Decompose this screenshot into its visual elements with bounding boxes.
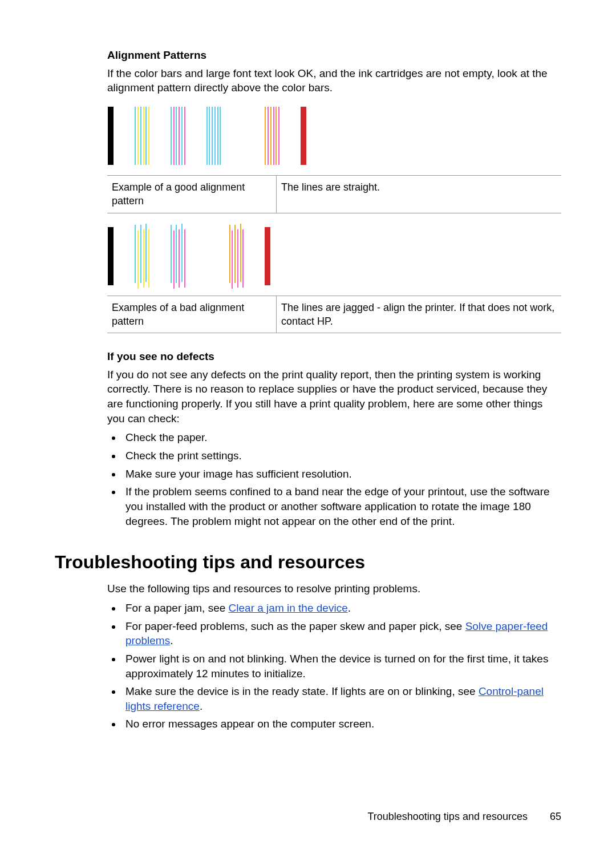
list-item: If the problem seems confined to a band …: [122, 484, 561, 528]
alignment-bar-icon: [265, 227, 270, 285]
alignment-group-icon: [134, 227, 151, 285]
alignment-group-icon: [169, 107, 186, 165]
page-footer: Troubleshooting tips and resources 65: [367, 810, 561, 823]
page: Alignment Patterns If the color bars and…: [0, 0, 616, 853]
tip-text: .: [170, 634, 173, 646]
tip-text: .: [348, 602, 351, 614]
table-cell: Example of a good alignment pattern: [107, 175, 277, 213]
page-number: 65: [550, 811, 561, 822]
tip-text: .: [200, 700, 202, 712]
alignment-group-icon: [264, 107, 281, 165]
alignment-group-icon: [134, 107, 151, 165]
intro-no-defects: If you do not see any defects on the pri…: [107, 367, 561, 426]
section-alignment-patterns: Alignment Patterns If the color bars and…: [107, 48, 561, 528]
figure-bad-alignment: [107, 227, 561, 285]
tip-text: For a paper jam, see: [125, 602, 229, 614]
alignment-bar-icon: [108, 227, 114, 285]
section-troubleshooting: Use the following tips and resources to …: [107, 581, 561, 731]
table-cell: The lines are jagged - align the printer…: [277, 296, 562, 333]
page-title: Troubleshooting tips and resources: [55, 550, 561, 575]
list-item: Check the paper.: [122, 430, 561, 445]
tip-text: Power light is on and not blinking. When…: [125, 653, 548, 680]
list-item: For paper-feed problems, such as the pap…: [122, 619, 561, 648]
intro-alignment-patterns: If the color bars and large font text lo…: [107, 66, 561, 95]
link-clear-jam[interactable]: Clear a jam in the device: [229, 602, 348, 614]
list-item: For a paper jam, see Clear a jam in the …: [122, 601, 561, 616]
tip-text: No error messages appear on the computer…: [125, 718, 374, 730]
tip-text: For paper-feed problems, such as the pap…: [125, 620, 465, 632]
list-item: Power light is on and not blinking. When…: [122, 652, 561, 681]
alignment-group-icon: [228, 227, 245, 285]
alignment-group-icon: [205, 107, 222, 165]
heading-alignment-patterns: Alignment Patterns: [107, 48, 561, 63]
table-cell: The lines are straight.: [277, 175, 562, 213]
table-cell: Examples of a bad alignment pattern: [107, 296, 277, 333]
alignment-bar-icon: [301, 107, 306, 165]
list-item: No error messages appear on the computer…: [122, 717, 561, 731]
figure-good-alignment: [107, 107, 561, 165]
footer-section: Troubleshooting tips and resources: [367, 811, 528, 822]
alignment-bar-icon: [108, 107, 114, 165]
list-item: Check the print settings.: [122, 448, 561, 463]
heading-no-defects: If you see no defects: [107, 349, 561, 364]
alignment-group-icon: [169, 227, 186, 285]
tips-list: For a paper jam, see Clear a jam in the …: [107, 601, 561, 731]
list-item: Make sure the device is in the ready sta…: [122, 684, 561, 713]
list-item: Make sure your image has sufficient reso…: [122, 467, 561, 482]
no-defects-list: Check the paper. Check the print setting…: [107, 430, 561, 528]
tip-text: Make sure the device is in the ready sta…: [125, 685, 479, 697]
tips-intro: Use the following tips and resources to …: [107, 581, 561, 596]
table-bad-alignment: Examples of a bad alignment pattern The …: [107, 296, 561, 334]
table-good-alignment: Example of a good alignment pattern The …: [107, 175, 561, 213]
